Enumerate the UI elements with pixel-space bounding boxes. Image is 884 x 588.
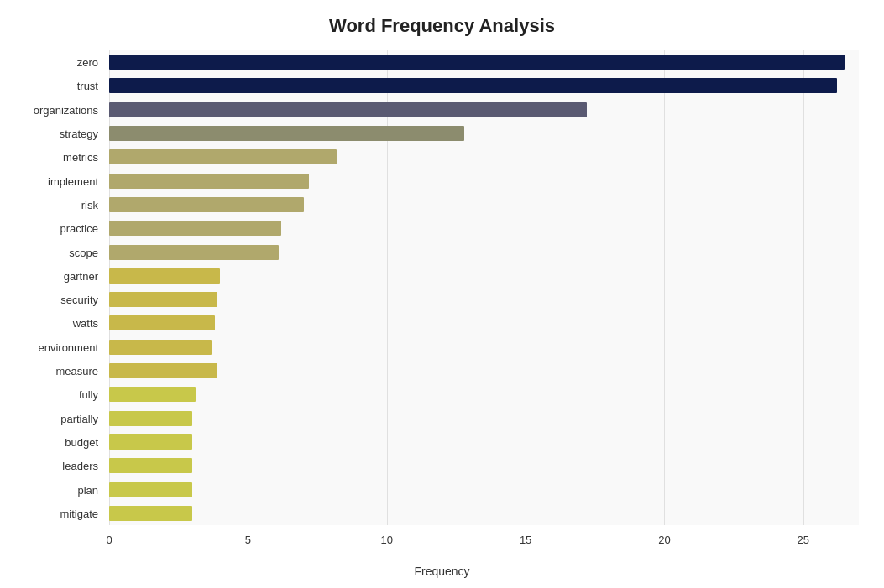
y-label-environment: environment [38,341,98,353]
y-label-leaders: leaders [62,460,98,472]
y-label-budget: budget [65,435,98,448]
x-label-10: 10 [381,533,393,546]
chart-title: Word Frequency Analysis [0,15,884,37]
bar-gartner [109,268,220,284]
y-axis-labels: zerotrustorganizationsstrategymetricsimp… [0,50,105,525]
y-label-organizations: organizations [34,103,98,116]
y-label-metrics: metrics [63,151,98,164]
bar-measure [109,363,217,378]
bar-practice [109,221,281,236]
bar-organizations [109,102,587,117]
y-label-mitigate: mitigate [60,507,98,519]
bar-risk [109,197,304,212]
grid-line [803,50,804,525]
bar-zero [109,55,845,70]
y-label-partially: partially [60,412,98,424]
y-label-zero: zero [77,56,98,69]
grid-line [248,50,248,525]
x-axis-title: Frequency [0,565,884,578]
y-label-implement: implement [48,174,98,187]
x-label-15: 15 [520,533,531,546]
bar-watts [109,315,215,330]
x-axis-labels: 0510152025 [109,533,859,554]
bar-strategy [109,126,464,141]
chart-container: Word Frequency Analysis zerotrustorganiz… [0,0,884,588]
chart-area [109,50,859,525]
grid-line [664,50,665,525]
bar-budget [109,434,192,450]
bar-implement [109,174,309,189]
x-label-5: 5 [245,533,251,546]
grid-line [526,50,526,525]
y-label-scope: scope [69,246,98,258]
bar-trust [109,78,837,93]
y-label-strategy: strategy [60,127,98,140]
y-label-risk: risk [81,198,98,211]
bar-security [109,292,217,307]
x-label-20: 20 [658,533,670,546]
y-label-practice: practice [60,222,98,235]
y-label-trust: trust [77,80,98,92]
bar-scope [109,245,279,260]
grid-lines [109,50,859,525]
bar-plan [109,482,192,497]
grid-line [109,50,110,525]
bar-partially [109,411,192,426]
grid-line [387,50,388,525]
y-label-measure: measure [55,365,98,377]
bar-leaders [109,458,192,473]
bar-environment [109,340,212,355]
y-label-watts: watts [73,317,98,330]
x-label-0: 0 [106,533,112,546]
y-label-gartner: gartner [64,269,98,282]
x-label-25: 25 [798,533,809,546]
y-label-plan: plan [77,483,98,496]
bar-mitigate [109,506,192,521]
bar-metrics [109,149,337,164]
bar-fully [109,387,196,402]
y-label-fully: fully [79,388,98,401]
y-label-security: security [60,294,98,306]
